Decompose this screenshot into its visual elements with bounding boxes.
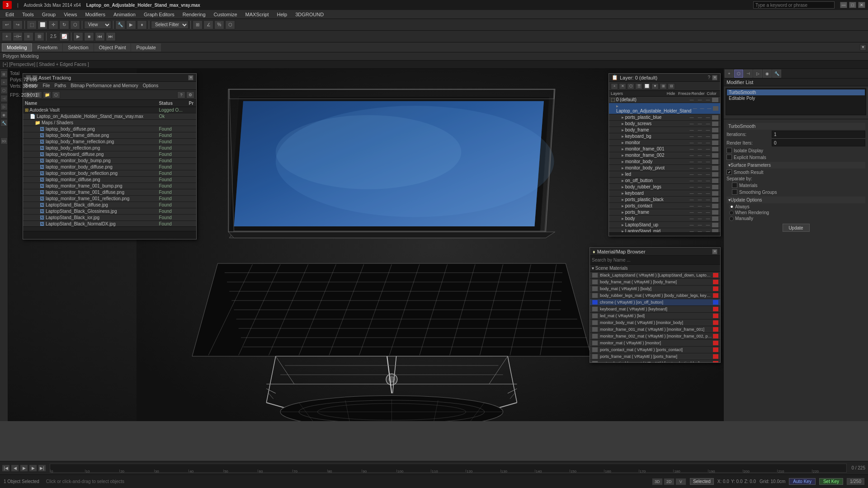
layer-render-cell[interactable]: —: [704, 134, 712, 139]
turbosmooth-title[interactable]: TurboSmooth: [726, 123, 865, 130]
modifier-list-item[interactable]: TurboSmooth: [727, 89, 865, 95]
mmb-material-item[interactable]: monitor_frame_001_mat ( VRayMtl ) [monit…: [590, 326, 720, 333]
mmb-material-item[interactable]: monitor_mat ( VRayMtl ) [monitor]: [590, 340, 720, 347]
reference-coord-dropdown[interactable]: View: [84, 21, 111, 29]
layer-row[interactable]: ▸ body — — —: [609, 216, 720, 222]
menu-tools[interactable]: Tools: [19, 11, 38, 18]
layer-hide-cell[interactable]: —: [688, 223, 696, 227]
timeline-tick[interactable]: 60: [258, 469, 292, 472]
timeline-track[interactable]: 0102030405060708090100110120130140150160…: [50, 464, 847, 473]
layer-row[interactable]: ▸ monitor_frame_001 — — —: [609, 146, 720, 152]
at-table-row[interactable]: 📄 Laptop_on_Adjustable_Holder_Stand_max_…: [23, 113, 196, 120]
layer-help-btn[interactable]: ?: [708, 75, 710, 80]
layer-row[interactable]: ▸ monitor_frame_002 — — —: [609, 152, 720, 159]
stop-anim-button[interactable]: ■: [84, 32, 94, 41]
at-menu-options[interactable]: Options: [143, 83, 158, 88]
timeline-tick[interactable]: 50: [223, 469, 258, 472]
update-options-title[interactable]: ▾ Update Options: [726, 197, 865, 203]
scale-button[interactable]: ⬡: [70, 20, 80, 29]
snap-3d-btn[interactable]: 3D: [652, 478, 663, 485]
layer-freeze-cell[interactable]: —: [696, 98, 704, 102]
at-col-status[interactable]: Status: [157, 100, 187, 107]
layer-hide-cell[interactable]: —: [688, 128, 696, 132]
layer-hide-cell[interactable]: —: [688, 178, 696, 183]
menu-help[interactable]: Help: [274, 11, 291, 18]
layer-freeze-cell[interactable]: —: [696, 166, 704, 170]
layer-row[interactable]: ▸ ports_plastic_black — — —: [609, 197, 720, 203]
render-setup-button[interactable]: 🔧: [115, 20, 125, 29]
move-button[interactable]: ✛: [48, 20, 58, 29]
at-menu-file[interactable]: File: [42, 83, 50, 88]
undo-button[interactable]: ↩: [2, 20, 12, 29]
layer-render-cell[interactable]: —: [704, 98, 712, 102]
at-col-name[interactable]: Name: [23, 100, 157, 107]
layer-render-cell[interactable]: —: [704, 115, 712, 120]
layer-color-cell[interactable]: [712, 178, 718, 183]
rotate-button[interactable]: ↻: [59, 20, 69, 29]
sidebar-utilities[interactable]: 🔧: [0, 119, 8, 127]
layer-hide-cell[interactable]: —: [688, 134, 696, 139]
asset-tracking-close[interactable]: ✕: [188, 75, 193, 80]
timeline-tick[interactable]: 180: [673, 469, 708, 472]
menu-maxscript[interactable]: MAXScript: [242, 11, 273, 18]
sidebar-display[interactable]: ◉: [0, 111, 8, 118]
layer-freeze-cell[interactable]: —: [696, 172, 704, 177]
at-table-row[interactable]: 🖼 laptop_body_diffuse.pngFound: [23, 126, 196, 132]
mmb-material-item[interactable]: body_frame_mat ( VRayMtl ) [body_frame]: [590, 279, 720, 286]
layer-row[interactable]: ▸ Laptop_on_Adjustable_Holder_Stand — — …: [609, 103, 720, 114]
lm-sort-btn[interactable]: ▼: [651, 83, 659, 89]
mod-tab-display[interactable]: ◉: [763, 70, 772, 78]
play-btn[interactable]: ▶: [20, 465, 28, 472]
sidebar-create[interactable]: +: [0, 79, 8, 86]
layer-color-cell[interactable]: [712, 98, 718, 102]
smoothing-groups-checkbox[interactable]: [732, 189, 737, 195]
material-editor-button[interactable]: ♦: [137, 20, 147, 29]
redo-button[interactable]: ↪: [13, 20, 23, 29]
at-table-row[interactable]: 📁 Maps / Shaders: [23, 120, 196, 126]
layer-color-cell[interactable]: [712, 122, 718, 126]
prev-frame-btn[interactable]: ◀: [11, 465, 19, 472]
mmb-material-item[interactable]: Black_LaptopStand ( VRayMtl ) [LaptopSta…: [590, 272, 720, 279]
layer-render-cell[interactable]: —: [704, 185, 712, 189]
layer-freeze-cell[interactable]: —: [696, 147, 704, 151]
percent-snap-button[interactable]: %: [214, 20, 224, 29]
timeline-tick[interactable]: 100: [396, 469, 431, 472]
menu-3dground[interactable]: 3DGROUND: [292, 11, 327, 18]
layer-row[interactable]: ▸ ports_contact — — —: [609, 203, 720, 209]
isolate-display-checkbox[interactable]: [726, 148, 732, 153]
at-table-row[interactable]: 🖼 laptop_monitor_diffuse.pngFound: [23, 177, 196, 183]
at-menu-bitmap[interactable]: Bitmap Performance and Memory: [71, 83, 138, 88]
mmb-material-item[interactable]: chrome ( VRayMtl ) [on_off_button]: [590, 299, 720, 306]
at-table-row[interactable]: 🖼 laptop_monitor_frame_001_bump.pngFound: [23, 183, 196, 189]
manually-radio[interactable]: [729, 216, 734, 221]
layer-freeze-cell[interactable]: —: [696, 128, 704, 132]
layer-row[interactable]: ▸ keyboard — — —: [609, 190, 720, 197]
mmb-material-item[interactable]: ports_contact_mat ( VRayMtl ) [ports_con…: [590, 347, 720, 353]
at-table-row[interactable]: 🖼 laptop_body_frame_diffuse.pngFound: [23, 132, 196, 139]
lm-expand-btn[interactable]: ⊞: [660, 83, 667, 89]
next-frame-button[interactable]: ⏭: [106, 32, 116, 41]
layer-row[interactable]: ▸ body_rubber_legs — — —: [609, 184, 720, 190]
timeline-tick[interactable]: 0: [50, 469, 85, 472]
layer-freeze-cell[interactable]: —: [696, 115, 704, 120]
keyword-search[interactable]: [753, 1, 835, 9]
layer-hide-cell[interactable]: —: [688, 191, 696, 196]
mmb-list-container[interactable]: Black_LaptopStand ( VRayMtl ) [LaptopSta…: [590, 272, 720, 362]
menu-customize[interactable]: Customize: [210, 11, 241, 18]
timeline-tick[interactable]: 200: [743, 469, 778, 472]
timeline-tick[interactable]: 110: [431, 469, 466, 472]
timeline-tick[interactable]: 160: [604, 469, 639, 472]
timeline-tick[interactable]: 140: [535, 469, 570, 472]
layer-freeze-cell[interactable]: —: [696, 134, 704, 139]
timeline-tick[interactable]: 120: [466, 469, 500, 472]
layer-render-cell[interactable]: —: [704, 147, 712, 151]
selection-filter-dropdown[interactable]: Select Filter: [151, 21, 189, 29]
layer-hide-cell[interactable]: —: [688, 147, 696, 151]
layer-row[interactable]: ▸ monitor — — —: [609, 140, 720, 146]
layer-hide-cell[interactable]: —: [688, 141, 696, 145]
timeline-tick[interactable]: 70: [292, 469, 327, 472]
at-help-btn[interactable]: ?: [177, 91, 185, 99]
layer-list-container[interactable]: ⬚ 0 (default) — — — ▸ Laptop_on_Adjustab…: [609, 97, 720, 232]
at-table-row[interactable]: 🖼 laptop_keyboard_diffuse.pngFound: [23, 151, 196, 158]
timeline-tick[interactable]: 30: [154, 469, 189, 472]
